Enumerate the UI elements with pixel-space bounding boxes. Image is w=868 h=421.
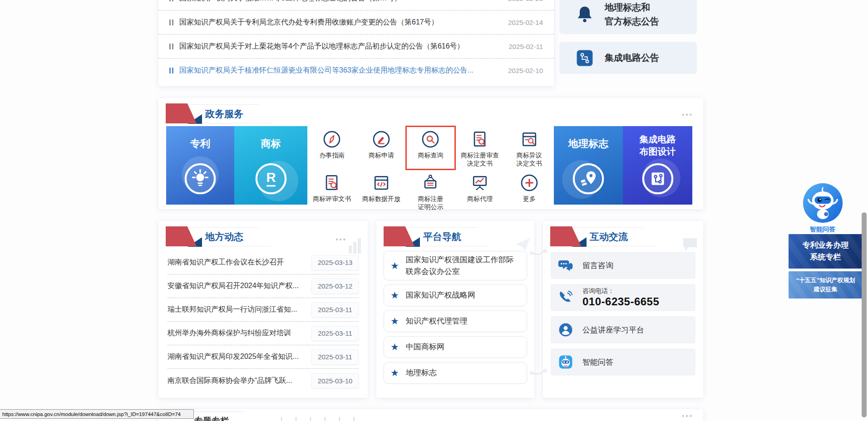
patent-system-banner[interactable]: 专利业务办理 系统专栏 [789, 234, 863, 269]
doc-search-icon [470, 129, 490, 149]
more-dots-button[interactable]: ••• [682, 412, 693, 420]
announcement-card[interactable]: 地理标志和 官方标志公告 [559, 0, 697, 34]
bottom-link[interactable] [318, 416, 332, 421]
mascot-icon [802, 182, 843, 224]
nav-link-item[interactable]: 知识产权代理管理 [384, 310, 527, 332]
interact-item[interactable]: 智能问答 [551, 348, 695, 376]
nav-link-item[interactable]: 地理标志 [384, 362, 527, 384]
interact-list: 留言咨询 咨询电话： 010-6235-6655 公益讲座学习平台 智能 [551, 252, 695, 376]
news-title[interactable]: 杭州举办海外商标保护与纠纷应对培训 [168, 328, 307, 338]
service-item[interactable]: 商标代理 [455, 170, 505, 205]
service-item[interactable]: 商标查询 [406, 126, 455, 170]
news-row[interactable]: 安徽省知识产权局召开2024年知识产权... 2025-03-12 [168, 274, 359, 298]
bottom-link[interactable] [303, 416, 318, 421]
tile-label: 商标 [234, 137, 307, 151]
board-chart-icon [470, 173, 490, 193]
nav-link-label[interactable]: 国家知识产权强国建设工作部际联席会议办公室 [406, 254, 520, 277]
service-item[interactable]: 商标申请 [357, 126, 406, 170]
news-title[interactable]: 国家知识产权局关于核准……等311件地理标志登记的公告（第…号） [179, 0, 501, 3]
window-search-icon [519, 129, 539, 149]
cnipa-homepage: { "status_bar": { "url": "https://www.cn… [0, 0, 868, 421]
news-title[interactable]: 湖南省知识产权局印发2025年全省知识... [168, 352, 307, 362]
news-title[interactable]: 国家知识产权局关于对上栗花炮等4个产品予以地理标志产品初步认定的公告（第616号… [179, 42, 501, 51]
map-pin-icon [572, 162, 605, 196]
chat-icon [558, 258, 573, 273]
list-marker-icon [169, 0, 173, 1]
announcement-cards: 地理标志和 官方标志公告 集成电路公告 [559, 0, 697, 74]
service-item[interactable]: 商标评审文书 [307, 170, 357, 205]
tile-trademark[interactable]: 商标 R [234, 126, 307, 205]
news-row[interactable]: 南京联合国际商标协会举办“品牌飞跃... 2025-03-10 [168, 369, 359, 392]
news-row[interactable]: 国家知识产权局关于核准……等311件地理标志登记的公告（第…号） 2025-02… [158, 0, 554, 10]
bottom-link[interactable] [289, 416, 303, 421]
news-row[interactable]: 湖南省知识产权工作会议在长沙召开 2025-03-13 [168, 251, 359, 274]
service-item[interactable]: 商标异议 决定文书 [504, 126, 554, 170]
news-row[interactable]: 国家知识产权局关于核准怀仁恒源瓷业有限公司等363家企业使用地理标志专用标志的公… [158, 59, 554, 83]
nav-link-label[interactable]: 知识产权代理管理 [406, 315, 468, 327]
news-date: 2025-03-12 [311, 279, 359, 294]
browser-status-url: https://www.cnipa.gov.cn/module/download… [0, 409, 194, 419]
scrollbar-thumb[interactable] [862, 212, 867, 417]
service-label: 商标异议 决定文书 [517, 151, 542, 167]
news-row[interactable]: 湖南省知识产权局印发2025年全省知识... 2025-03-11 [168, 345, 359, 369]
chip-icon [641, 162, 675, 196]
service-item[interactable]: 商标注册 证明公示 [406, 170, 455, 205]
service-label: 办事指南 [319, 151, 345, 159]
service-label: 更多 [523, 195, 536, 203]
news-title[interactable]: 南京联合国际商标协会举办“品牌飞跃... [168, 376, 307, 386]
interact-panel: 互动交流 留言咨询 咨询电话： 010-6235-6655 [543, 221, 703, 398]
announcement-card[interactable]: 集成电路公告 [559, 42, 697, 74]
pen-icon [371, 129, 391, 149]
bottom-link[interactable] [347, 416, 361, 421]
person-icon [558, 322, 573, 338]
service-item[interactable]: 办事指南 [307, 126, 357, 170]
platform-nav-panel: 平台导航 国家知识产权强国建设工作部际联席会议办公室 国家知识产权战略网 知识产… [376, 221, 534, 398]
bottom-link[interactable] [274, 416, 289, 421]
news-date: 2025-02-10 [508, 67, 543, 74]
interact-label: 智能问答 [582, 357, 613, 367]
interact-item[interactable]: 留言咨询 [551, 252, 695, 279]
news-title[interactable]: 国家知识产权局关于专利局北京代办处专利费用收缴账户变更的公告（第617号） [179, 18, 501, 27]
nav-link-item[interactable]: 中国商标网 [384, 336, 527, 358]
service-label: 商标查询 [418, 151, 443, 159]
news-title[interactable]: 湖南省知识产权工作会议在长沙召开 [168, 258, 307, 267]
more-dots-button[interactable]: ••• [335, 235, 347, 243]
nav-link-label[interactable]: 中国商标网 [406, 341, 444, 353]
ip-plan-collection-banner[interactable]: “十五五”知识产权规划 建议征集 [789, 271, 863, 299]
service-label: 商标数据开放 [362, 195, 400, 203]
interact-item[interactable]: 咨询电话： 010-6235-6655 [551, 284, 695, 311]
star-icon [390, 260, 399, 271]
news-row[interactable]: 瑞士联邦知识产权局一行访问浙江省知... 2025-03-11 [168, 298, 359, 322]
ai-mascot-label: 智能问答 [795, 225, 850, 234]
interact-label: 咨询电话： [582, 287, 659, 295]
bottom-link[interactable] [332, 416, 347, 421]
news-date: 2025-02-14 [508, 19, 543, 26]
news-row[interactable]: 国家知识产权局关于专利局北京代办处专利费用收缴账户变更的公告（第617号） 20… [158, 10, 554, 34]
tile-patent[interactable]: 专利 [166, 126, 234, 205]
more-dots-button[interactable]: ••• [682, 111, 693, 118]
local-news-panel: 地方动态 ••• 湖南省知识产权工作会议在长沙召开 2025-03-13 安徽省… [158, 221, 368, 398]
bottom-links [274, 416, 361, 421]
news-title[interactable]: 国家知识产权局关于核准怀仁恒源瓷业有限公司等363家企业使用地理标志专用标志的公… [179, 66, 501, 75]
news-date: 2025-03-10 [311, 373, 359, 388]
service-item[interactable]: 商标注册审查 决定文书 [455, 126, 505, 170]
interact-item[interactable]: 公益讲座学习平台 [551, 316, 695, 343]
news-title[interactable]: 安徽省知识产权局召开2024年知识产权... [168, 281, 307, 291]
nav-link-item[interactable]: 国家知识产权战略网 [384, 284, 527, 306]
nav-link-label[interactable]: 国家知识产权战略网 [406, 289, 475, 301]
robot-icon [558, 354, 573, 370]
tile-geographic-indication[interactable]: 地理标志 [554, 126, 623, 205]
service-item[interactable]: 商标数据开放 [357, 170, 406, 205]
circuit-icon [575, 48, 595, 68]
ai-mascot-button[interactable] [802, 182, 843, 224]
tile-ic-layout-design[interactable]: 集成电路 布图设计 [623, 126, 692, 205]
news-date: 2025-03-11 [311, 349, 359, 365]
news-title[interactable]: 瑞士联邦知识产权局一行访问浙江省知... [168, 305, 307, 314]
news-row[interactable]: 国家知识产权局关于对上栗花炮等4个产品予以地理标志产品初步认定的公告（第616号… [158, 34, 554, 59]
news-date: 2025-02-11 [508, 43, 543, 50]
nav-link-item[interactable]: 国家知识产权强国建设工作部际联席会议办公室 [384, 251, 527, 280]
nav-link-label[interactable]: 地理标志 [406, 367, 437, 379]
service-item[interactable]: 更多 [504, 170, 554, 205]
news-row[interactable]: 杭州举办海外商标保护与纠纷应对培训 2025-03-11 [168, 322, 359, 345]
section-header: 政务服务 [166, 103, 284, 124]
